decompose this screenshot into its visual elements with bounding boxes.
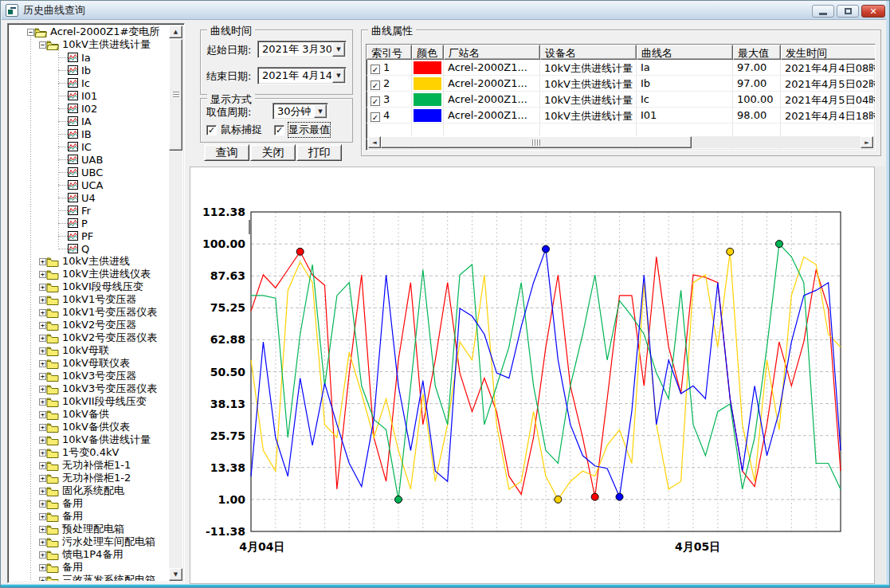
collapse-toggle-icon[interactable]: − [27,29,34,36]
expand-toggle-icon[interactable]: + [39,500,46,508]
expand-toggle-icon[interactable]: + [39,513,46,520]
tree-item-无功补偿柜1-2[interactable]: +无功补偿柜1-2 [10,472,169,484]
expand-toggle-icon[interactable]: + [39,551,46,559]
mouse-capture-checkbox[interactable]: ✓ 鼠标捕捉 [206,123,262,137]
expand-toggle-icon[interactable]: + [39,437,46,444]
expand-toggle-icon[interactable]: + [39,271,46,278]
query-button[interactable]: 查询 [204,144,249,161]
column-header-1[interactable]: 颜色 [412,45,444,60]
expand-toggle-icon[interactable]: + [39,411,46,418]
period-combobox[interactable]: 30分钟 ▼ [272,103,328,120]
expand-toggle-icon[interactable]: + [39,373,46,380]
start-date-combobox[interactable]: 2021年 3月30 ▼ [257,41,347,58]
tree-item-10kv主供进线仪表[interactable]: +10kV主供进线仪表 [10,268,169,280]
tree-item-10kv3号变压器仪表[interactable]: +10kV3号变压器仪表 [10,382,169,395]
tree-item-fr[interactable]: Fr [10,204,169,217]
tree-item-uab[interactable]: UAB [10,153,169,166]
show-extremes-checkbox[interactable]: ✓ 显示最值 [274,123,330,137]
expand-toggle-icon[interactable]: + [39,335,46,342]
tree-item-ib[interactable]: Ib [10,64,169,76]
tree-item-i01[interactable]: I01 [10,89,169,102]
tree-item-10kv2号变压器[interactable]: +10kV2号变压器 [10,319,169,331]
tree-item-备用[interactable]: +备用 [10,497,169,510]
column-header-6[interactable]: 发生时间 [781,45,876,60]
tree-item-10kv母联[interactable]: +10kV母联 [10,344,169,357]
expand-toggle-icon[interactable]: + [39,526,46,533]
tree-item-i02[interactable]: I02 [10,102,169,115]
tree-item-固化系统配电[interactable]: +固化系统配电 [10,484,169,497]
expand-toggle-icon[interactable]: + [39,258,46,265]
row-checkbox[interactable]: ✓ [371,65,380,74]
tree-item-ubc[interactable]: UBC [10,166,169,178]
expand-toggle-icon[interactable]: + [39,360,46,367]
expand-toggle-icon[interactable]: + [39,449,46,457]
tree-item-馈电1p4备用[interactable]: +馈电1P4备用 [10,548,169,561]
tree-item-1号变0.4kv[interactable]: +1号变0.4kV [10,446,169,459]
tree-item-备用[interactable]: +备用 [10,510,169,523]
dropdown-arrow-icon[interactable]: ▼ [314,104,327,118]
tree-item-10kvii段母线压变[interactable]: +10kVII段母线压变 [10,395,169,408]
scroll-left-button[interactable]: ◄ [368,136,381,148]
expand-toggle-icon[interactable]: + [39,386,46,393]
title-bar[interactable]: 历史曲线查询 ✕ [2,2,890,20]
expand-toggle-icon[interactable]: + [39,564,46,571]
expand-toggle-icon[interactable]: + [39,347,46,355]
row-checkbox[interactable]: ✓ [371,112,380,122]
table-horizontal-scrollbar[interactable]: ◄ ► [368,136,873,148]
expand-toggle-icon[interactable]: + [39,296,46,304]
row-checkbox[interactable]: ✓ [371,80,380,90]
table-row[interactable]: ✓1Acrel-2000Z1...10kV主供进线计量Ia97.002021年4… [367,60,875,76]
tree-item-污水处理车间配电箱[interactable]: +污水处理车间配电箱 [10,535,169,548]
expand-toggle-icon[interactable]: + [39,398,46,406]
column-header-5[interactable]: 最大值 [733,45,781,60]
table-row[interactable]: ✓2Acrel-2000Z1...10kV主供进线计量Ib97.002021年4… [367,76,875,92]
tree-item-10kv备供进线计量[interactable]: +10kV备供进线计量 [10,433,169,446]
expand-toggle-icon[interactable]: + [39,539,46,546]
table-row[interactable]: ✓4Acrel-2000Z1...10kV主供进线计量I0198.002021年… [367,108,875,123]
expand-toggle-icon[interactable]: + [39,322,46,329]
column-header-3[interactable]: 设备名 [540,45,637,60]
row-checkbox[interactable]: ✓ [371,96,380,106]
expand-toggle-icon[interactable]: + [39,309,46,316]
column-header-2[interactable]: 厂站名 [444,45,540,60]
tree-item-10kv母联仪表[interactable]: +10kV母联仪表 [10,357,169,370]
close-button[interactable]: ✕ [861,5,885,18]
end-date-combobox[interactable]: 2021年 4月14 ▼ [257,67,347,84]
expand-toggle-icon[interactable]: + [39,284,46,291]
tree-item-10kv1号变压器仪表[interactable]: +10kV1号变压器仪表 [10,306,169,319]
checkbox-check-icon[interactable]: ✓ [274,125,284,135]
tree-item-10kv备供仪表[interactable]: +10kV备供仪表 [10,421,169,433]
tree-scroll-thumb[interactable] [169,39,182,151]
tree-item-p[interactable]: P [10,217,169,229]
tree-item-10kv3号变压器[interactable]: +10kV3号变压器 [10,370,169,382]
minimize-button[interactable] [812,5,834,18]
tree-item-10kv主供进线[interactable]: +10kV主供进线 [10,255,169,268]
tree-item-ia[interactable]: Ia [10,51,169,64]
tree-item-无功补偿柜1-1[interactable]: +无功补偿柜1-1 [10,459,169,472]
dropdown-arrow-icon[interactable]: ▼ [332,42,345,57]
tree-item-三效蒸发系统配电箱[interactable]: +三效蒸发系统配电箱 [10,574,169,581]
maximize-button[interactable] [837,5,859,18]
print-button[interactable]: 打印 [296,144,342,161]
expand-toggle-icon[interactable]: + [39,462,46,469]
table-scroll-thumb[interactable] [381,136,692,148]
tree-item-q[interactable]: Q [10,242,169,255]
column-header-0[interactable]: 索引号 [367,45,412,60]
expand-toggle-icon[interactable]: + [39,475,46,482]
close-dialog-button[interactable]: 关闭 [250,144,296,161]
expand-toggle-icon[interactable]: + [39,424,46,431]
scroll-up-button[interactable]: ▲ [169,25,182,38]
dropdown-arrow-icon[interactable]: ▼ [332,69,345,83]
scroll-down-button[interactable]: ▼ [169,568,182,581]
column-header-4[interactable]: 曲线名 [637,45,733,60]
tree-item-10kv2号变压器仪表[interactable]: +10kV2号变压器仪表 [10,331,169,344]
expand-toggle-icon[interactable]: + [39,488,46,495]
tree-item-10kv备供[interactable]: +10kV备供 [10,408,169,421]
tree-item-ic[interactable]: IC [10,140,169,153]
tree-vertical-scrollbar[interactable]: ▲ ▼ [169,25,182,581]
tree-item-10kvi段母线压变[interactable]: +10kVI段母线压变 [10,280,169,293]
collapse-toggle-icon[interactable]: − [39,41,46,49]
tree-item-10kv1号变压器[interactable]: +10kV1号变压器 [10,293,169,306]
expand-toggle-icon[interactable]: + [39,577,46,582]
tree-item-acrel-2000z1#变电所[interactable]: −Acrel-2000Z1#变电所 [10,25,169,38]
